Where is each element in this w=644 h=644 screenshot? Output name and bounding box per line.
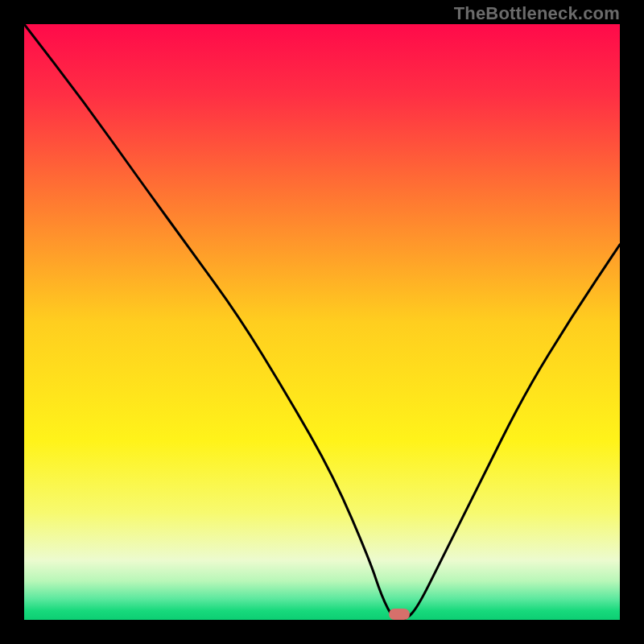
plot-area: [24, 24, 620, 620]
chart-frame: TheBottleneck.com: [0, 0, 644, 644]
optimal-marker: [389, 609, 410, 620]
bottleneck-curve: [24, 24, 620, 620]
watermark-text: TheBottleneck.com: [454, 3, 620, 24]
